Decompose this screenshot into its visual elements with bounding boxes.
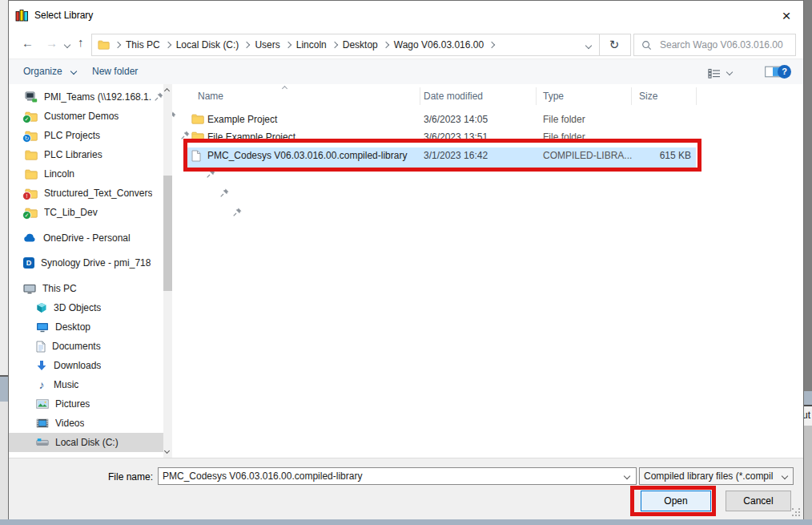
breadcrumb-local-disk[interactable]: Local Disk (C:) [176,39,239,50]
local-disk-icon [36,438,49,446]
documents-icon [36,341,46,353]
sidebar-item-this-pc[interactable]: This PC [23,280,77,297]
column-divider [536,87,537,105]
address-bar[interactable]: This PC Local Disk (C:) Users Lincoln De… [91,34,600,56]
sidebar-item-customer-demos[interactable]: ✓ Customer Demos [25,107,119,125]
column-header-name[interactable]: Name [198,91,223,102]
cancel-button[interactable]: Cancel [726,491,791,511]
sidebar-item-plc-libraries[interactable]: PLC Libraries [25,146,103,164]
column-header-type[interactable]: Type [543,91,564,102]
desktop-icon [36,322,49,333]
view-dropdown-chevron-icon[interactable] [726,69,733,75]
up-button[interactable]: ↑ [78,36,84,48]
breadcrumb-chevron-icon [488,42,495,48]
column-header-size[interactable]: Size [639,91,657,102]
sidebar-item-lincoln[interactable]: Lincoln [25,165,74,183]
background-panel-fragment [804,426,812,519]
file-row-pmc-codesys-selected[interactable]: PMC_Codesys V06.03.016.00.compiled-libra… [183,147,712,168]
column-divider [696,87,697,105]
recent-locations-chevron-icon[interactable] [64,42,70,48]
refresh-button[interactable]: ↻ [598,34,631,56]
background-panel-fragment [0,402,8,519]
sidebar-item-downloads[interactable]: Downloads [36,357,101,374]
file-name-input[interactable]: PMC_Codesys V06.03.016.00.compiled-libra… [158,467,637,485]
forward-button[interactable]: → [46,37,58,49]
file-list: Name Date modified Type Size Example Pro… [183,84,803,458]
search-input[interactable]: Search Wago V06.03.016.00 [633,34,796,56]
folder-icon [191,131,204,142]
column-header-date-modified[interactable]: Date modified [424,91,483,102]
command-toolbar: Organize New folder ? [9,59,803,86]
breadcrumb-chevron-icon [383,42,389,48]
network-drive-icon [25,91,38,103]
sidebar-item-local-disk-c[interactable]: Local Disk (C:) [36,434,119,451]
downloads-arrow-icon [36,360,47,371]
folder-synced-icon: ✓ [25,111,38,122]
folder-icon [191,114,204,124]
sidebar-item-pmi-teams[interactable]: PMI_Teams (\\192.168.1. [25,88,151,106]
sort-ascending-icon [282,86,287,91]
search-icon [641,40,652,50]
breadcrumb-users[interactable]: Users [255,39,279,50]
file-type-dropdown[interactable]: Compiled library files (*.compil [639,467,794,485]
scrollbar-thumb[interactable] [163,176,172,291]
sidebar-item-synology-drive[interactable]: D Synology Drive - pmi_718 [23,254,151,272]
scroll-up-arrow-icon[interactable] [164,88,170,94]
sidebar-item-music[interactable]: ♪ Music [36,376,78,394]
sidebar-item-3d-objects[interactable]: 3D Objects [36,299,101,317]
breadcrumb-wago-folder[interactable]: Wago V06.03.016.00 [394,39,484,50]
sidebar-item-onedrive[interactable]: OneDrive - Personal [23,229,131,247]
file-row-file-example-project[interactable]: File Example Project 3/6/2023 13:51 File… [183,129,712,147]
folder-synced-icon: ✓ [25,208,38,218]
sidebar-item-documents[interactable]: Documents [36,337,101,355]
screen: ut Select Library × ← → ↑ This PC Local … [0,0,812,525]
sidebar-item-plc-projects[interactable]: ↻ PLC Projects [25,127,100,144]
this-pc-icon [23,284,36,294]
column-divider [631,87,632,105]
breadcrumb-lincoln[interactable]: Lincoln [296,39,327,50]
new-folder-button[interactable]: New folder [92,66,138,77]
open-button[interactable]: Open [641,491,711,511]
back-button[interactable]: ← [22,37,34,49]
resize-grip[interactable] [792,508,794,510]
search-placeholder: Search Wago V06.03.016.00 [660,39,783,50]
content-area: PMI_Teams (\\192.168.1. ✓ Customer Demos… [9,84,803,458]
videos-filmstrip-icon [36,418,49,428]
sidebar-item-tc-lib-dev[interactable]: ✓ TC_Lib_Dev [25,204,98,221]
folder-icon [25,150,38,160]
music-note-icon: ♪ [36,379,47,390]
scroll-down-arrow-icon[interactable] [164,448,170,454]
file-name-label: File name: [9,471,153,483]
file-icon [191,150,201,162]
background-panel-fragment [0,377,8,402]
library-books-icon [15,9,30,22]
sidebar-item-structured-text[interactable]: ! Structured_Text_Convers [25,184,152,202]
address-dropdown-chevron-icon[interactable] [585,42,592,49]
sidebar-item-pictures[interactable]: Pictures [36,395,90,413]
sidebar-item-desktop[interactable]: Desktop [36,318,90,336]
breadcrumb-chevron-icon [115,42,121,48]
combo-chevron-icon[interactable] [624,473,630,479]
close-icon[interactable]: × [776,7,797,25]
help-button[interactable]: ? [778,65,791,79]
dialog-title: Select Library [34,10,93,21]
folder-icon [25,169,38,180]
file-row-example-project[interactable]: Example Project 3/6/2023 14:05 File fold… [183,111,712,129]
folder-icon [98,40,110,50]
breadcrumb-chevron-icon [284,42,291,48]
breadcrumb-this-pc[interactable]: This PC [126,39,160,50]
sidebar-item-videos[interactable]: Videos [36,414,84,432]
organize-button[interactable]: Organize [23,66,62,77]
change-view-icon[interactable] [708,68,721,79]
sidebar-scrollbar[interactable] [163,84,172,458]
folder-syncing-icon: ↻ [25,131,38,141]
onedrive-cloud-icon [23,233,37,243]
organize-dropdown-chevron-icon [70,68,77,75]
dialog-footer: File name: PMC_Codesys V06.03.016.00.com… [9,458,803,519]
file-name-value: PMC_Codesys V06.03.016.00.compiled-libra… [163,470,362,482]
select-library-dialog: Select Library × ← → ↑ This PC Local Dis… [8,0,804,519]
synology-drive-icon: D [23,257,34,269]
breadcrumb-desktop[interactable]: Desktop [343,39,378,50]
folder-sync-error-icon: ! [25,188,38,199]
breadcrumb-chevron-icon [332,42,338,48]
